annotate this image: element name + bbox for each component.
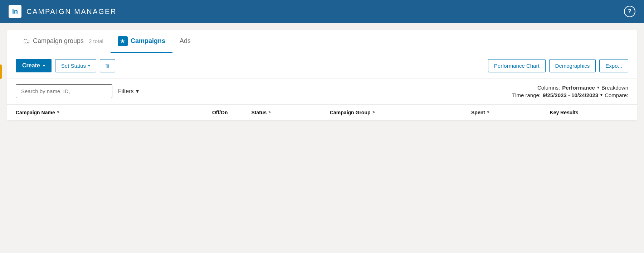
create-chevron-icon: ▾: [43, 63, 45, 68]
filter-row: Filters ▾ Columns: Performance ▾ Breakdo…: [7, 78, 637, 104]
campaign-name-sort-icon: ⇅: [57, 111, 59, 114]
columns-row: Columns: Performance ▾ Breakdown: [537, 85, 628, 91]
tab-campaigns[interactable]: ★ Campaigns: [111, 30, 172, 53]
demographics-button[interactable]: Demographics: [549, 59, 596, 72]
tab-ads[interactable]: Ads: [172, 30, 198, 53]
tab-campaign-groups-badge: 2 total: [89, 38, 103, 44]
main-content: 🗂 Campaign groups 2 total ★ Campaigns Ad…: [0, 23, 644, 120]
help-button[interactable]: ?: [624, 6, 635, 17]
columns-value: Performance: [562, 85, 595, 91]
spent-sort-icon: ⇅: [487, 111, 489, 114]
main-card: 🗂 Campaign groups 2 total ★ Campaigns Ad…: [7, 30, 637, 120]
folder-icon: 🗂: [23, 37, 30, 45]
th-campaign-name[interactable]: Campaign Name ⇅: [16, 110, 189, 115]
create-button[interactable]: Create ▾: [16, 59, 52, 72]
left-indicator: [0, 65, 2, 79]
tab-campaigns-label: Campaigns: [131, 37, 165, 45]
tabs-row: 🗂 Campaign groups 2 total ★ Campaigns Ad…: [7, 30, 637, 53]
set-status-button[interactable]: Set Status ▾: [55, 59, 96, 72]
table-header: Campaign Name ⇅ Off/On Status ⇅ Campaign…: [7, 104, 637, 120]
toolbar-row: Create ▾ Set Status ▾ 🗑 Performance Char…: [7, 53, 637, 78]
performance-chart-button[interactable]: Performance Chart: [488, 59, 546, 72]
th-key-results: Key Results: [550, 110, 628, 115]
tab-campaign-groups[interactable]: 🗂 Campaign groups 2 total: [16, 30, 111, 53]
filter-row-right: Columns: Performance ▾ Breakdown Time ra…: [145, 85, 628, 98]
filters-chevron-icon: ▾: [136, 88, 139, 95]
tab-ads-label: Ads: [180, 37, 191, 45]
time-range-row: Time range: 9/25/2023 - 10/24/2023 ▾ Com…: [512, 92, 628, 98]
tab-campaign-groups-label: Campaign groups: [33, 37, 84, 45]
th-off-on: Off/On: [189, 110, 252, 115]
th-status[interactable]: Status ⇅: [251, 110, 330, 115]
th-campaign-group[interactable]: Campaign Group ⇅: [330, 110, 471, 115]
top-navigation: in CAMPAIGN MANAGER ?: [0, 0, 644, 23]
columns-chevron-icon: ▾: [597, 85, 599, 90]
filters-button[interactable]: Filters ▾: [112, 84, 145, 98]
set-status-chevron-icon: ▾: [88, 63, 90, 68]
trash-icon: 🗑: [105, 63, 110, 69]
campaign-group-sort-icon: ⇅: [372, 111, 375, 114]
time-range-chevron-icon: ▾: [600, 92, 602, 97]
search-input[interactable]: [16, 84, 112, 98]
delete-button[interactable]: 🗑: [100, 59, 115, 72]
star-icon: ★: [118, 36, 128, 46]
nav-brand: in CAMPAIGN MANAGER: [9, 5, 117, 18]
export-button[interactable]: Expo...: [599, 59, 628, 72]
nav-title: CAMPAIGN MANAGER: [26, 8, 117, 16]
th-spent[interactable]: Spent ⇅: [471, 110, 550, 115]
status-sort-icon: ⇅: [268, 111, 271, 114]
linkedin-logo: in: [9, 5, 21, 18]
time-range-value: 9/25/2023 - 10/24/2023: [543, 92, 598, 98]
